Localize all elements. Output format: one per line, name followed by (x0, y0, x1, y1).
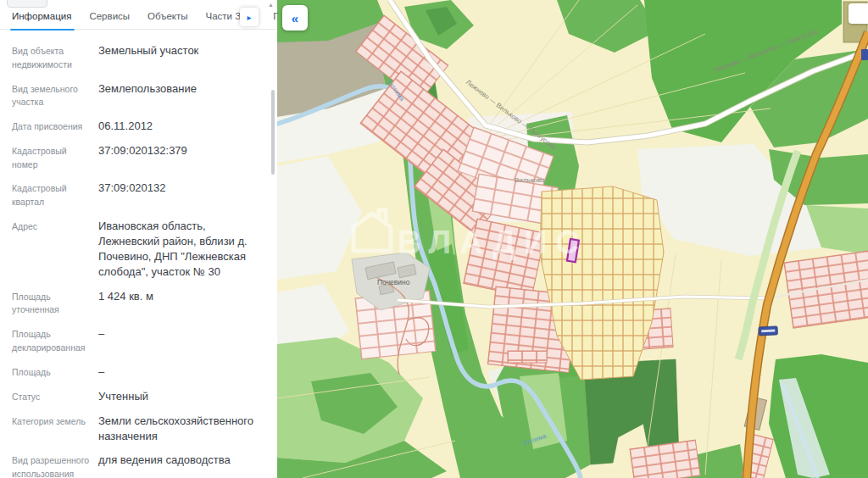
field-value: Учтенный (94, 389, 148, 404)
info-panel: ▲ Информация Сервисы Объекты Части ЗУ Со… (0, 0, 277, 478)
village-label: Почевино (377, 278, 410, 286)
field-label: Вид разрешенного использования (12, 453, 94, 478)
map-svg[interactable]: Лежнево — Вильково — Пелгусово Лежнево —… (277, 0, 868, 478)
chevron-right-icon: ▸ (247, 13, 251, 22)
tab-cutoff[interactable]: Г (273, 11, 278, 21)
field-row: Площадь уточненная1 424 кв. м (12, 289, 269, 318)
tabs-scroll-right-button[interactable]: ▸ (240, 8, 259, 26)
field-row: СтатусУчтенный (12, 389, 269, 404)
field-row: Кадастровый квартал37:09:020132 (12, 181, 269, 209)
field-label: Адрес (12, 219, 94, 280)
field-label: Кадастровый номер (12, 143, 94, 172)
watermark-text: ВЛАДИС (398, 225, 587, 260)
field-value: 06.11.2012 (94, 119, 153, 134)
field-value: Землепользование (94, 81, 197, 110)
map-canvas[interactable]: Лежнево — Вильково — Пелгусово Лежнево —… (277, 0, 868, 478)
field-row: Площадь– (12, 364, 269, 380)
chevrons-left-icon: « (292, 11, 298, 25)
attribute-list: Вид объекта недвижимостиЗемельный участо… (0, 30, 277, 478)
field-row: Вид разрешенного использованиядля ведени… (12, 453, 269, 478)
field-value: 37:09:020132 (94, 181, 166, 209)
tab-information[interactable]: Информация (12, 11, 71, 21)
top-right-control[interactable] (849, 3, 868, 24)
field-label: Вид объекта недвижимости (12, 43, 94, 72)
settlement-label: Вильково (515, 176, 545, 184)
field-value: Земли сельскохозяйственного назначения (94, 414, 269, 444)
field-label: Площадь уточненная (12, 289, 94, 318)
field-value: – (94, 326, 104, 355)
field-row: Дата присвоения06.11.2012 (12, 119, 269, 134)
field-row: АдресИвановская область, Лежневский райо… (12, 219, 269, 280)
field-row: Кадастровый номер37:09:020132:379 (12, 143, 269, 172)
panel-scrollbar[interactable] (271, 90, 275, 175)
tab-services[interactable]: Сервисы (89, 11, 130, 21)
tab-bar: Информация Сервисы Объекты Части ЗУ Сост… (0, 0, 277, 30)
field-label: Дата присвоения (12, 119, 94, 134)
field-value: для ведения садоводства (94, 453, 231, 478)
cadastral-map-app: ▲ Информация Сервисы Объекты Части ЗУ Со… (0, 0, 868, 478)
field-value: 37:09:020132:379 (94, 143, 187, 172)
collapse-panel-button[interactable]: « (282, 5, 308, 31)
field-label: Вид земельного участка (12, 81, 94, 110)
field-value: Ивановская область, Лежневский район, вб… (94, 219, 269, 280)
field-row: Категория земельЗемли сельскохозяйственн… (12, 414, 269, 444)
road-number-sign (759, 326, 777, 336)
field-label: Категория земель (12, 414, 94, 444)
field-value: Земельный участок (94, 43, 198, 72)
road-number-sign-edge (861, 49, 868, 60)
field-row: Вид земельного участкаЗемлепользование (12, 81, 269, 110)
field-row: Площадь декларированная– (12, 326, 269, 355)
field-value: 1 424 кв. м (94, 289, 153, 318)
field-label: Площадь (12, 364, 94, 380)
field-value: – (94, 364, 104, 380)
field-label: Статус (12, 389, 94, 404)
field-row: Вид объекта недвижимостиЗемельный участо… (12, 43, 269, 72)
tab-objects[interactable]: Объекты (147, 11, 187, 21)
field-label: Площадь декларированная (12, 326, 94, 355)
field-label: Кадастровый квартал (12, 181, 94, 209)
